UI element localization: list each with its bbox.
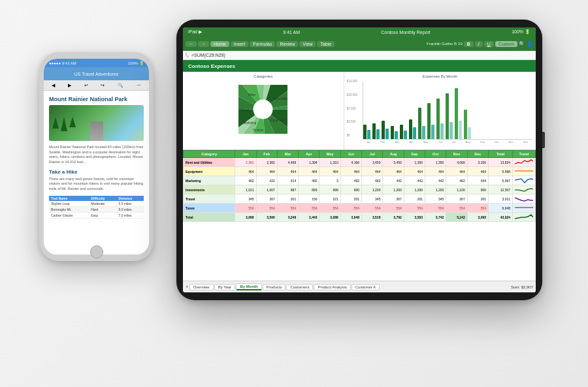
section-title: Take a Hike — [49, 169, 144, 175]
btn-bold[interactable]: B — [464, 41, 474, 47]
iphone-status-left: ●●●●● 9:41 AM — [49, 61, 76, 65]
toolbar-icon-redo: ↪ — [101, 83, 105, 88]
toolbar-icon-search: 🔍 — [118, 83, 123, 88]
table-row: Travel 345 267 201 150 221 201 345 267 2… — [184, 194, 536, 204]
scene: ●●●●● 9:41 AM 100% 🔋 US Travel Adventure… — [0, 0, 588, 387]
tab-table[interactable]: Table — [317, 41, 335, 47]
pie-chart-container: Other Rent/Utilities Equipment Marketing… — [186, 80, 341, 138]
btn-back[interactable]: ← — [186, 41, 197, 47]
sheet-tab-by-year[interactable]: By Year — [214, 284, 236, 290]
table-row: Carbon Glacier Easy 7.0 miles — [49, 212, 144, 218]
formula-bar[interactable]: fx =SUM(C29:N29) — [183, 51, 536, 60]
ipad-status-right: 100% 🔋 — [512, 29, 531, 35]
svg-text:Equipment: Equipment — [270, 119, 285, 122]
iphone-screen: ●●●●● 9:41 AM 100% 🔋 US Travel Adventure… — [44, 59, 149, 255]
col-difficulty: Difficulty — [89, 196, 116, 201]
section-body: There are many well-grown forests, cold … — [49, 177, 144, 192]
trail-table: Trail Name Difficulty Distance Skyline L… — [49, 196, 144, 219]
col-trail: Trail Name — [49, 196, 89, 201]
iphone-status-right: 100% 🔋 — [128, 61, 144, 65]
col-distance: Distance — [117, 196, 144, 201]
sheet-tab-customers[interactable]: Customers — [286, 284, 313, 290]
svg-text:Marketing: Marketing — [244, 121, 257, 125]
table-row: Burroughs Mt. Hard 5.0 miles — [49, 206, 144, 212]
btn-custom[interactable]: Custom — [495, 41, 517, 47]
article-hero-image — [49, 105, 144, 141]
ipad-ribbon: ← → Home Insert Formulas Review View Tab… — [183, 37, 536, 51]
bar-chart-title: Expenses By Month — [347, 74, 533, 78]
ipad-time: 9:41 AM — [283, 30, 300, 35]
sheet-tab-customer-a[interactable]: Customer A — [351, 284, 380, 290]
trees-decoration — [52, 117, 76, 131]
table-row: Skyline Loop Moderate 5.5 miles — [49, 201, 144, 207]
svg-text:Finance: Finance — [253, 129, 265, 132]
sheet-tab-product-analysis[interactable]: Product Analysis — [314, 284, 350, 290]
article-title: Mount Rainier National Park — [49, 96, 144, 102]
tab-review[interactable]: Review — [276, 41, 298, 47]
iphone-home-button[interactable] — [90, 245, 103, 258]
tab-view[interactable]: View — [299, 41, 316, 47]
road-decoration — [90, 121, 103, 141]
pie-chart-title: Categories — [186, 74, 341, 78]
iphone-app-title: US Travel Adventures — [74, 72, 119, 76]
sheet-title: Contoso Expenses — [183, 60, 536, 72]
tab-home[interactable]: Home — [210, 41, 229, 47]
font-size: 10 — [458, 42, 463, 46]
ipad-statusbar: iPad ▶ 9:41 AM Contoso Monthly Report 10… — [183, 27, 536, 37]
charts-row: Categories — [183, 72, 536, 150]
btn-underline[interactable]: U — [484, 41, 494, 47]
table-row: Taxes 554 554 554 554 554 554 554 554 55… — [184, 204, 536, 213]
toolbar-icon-forward: ▶ — [68, 83, 71, 88]
sheet-tab-products[interactable]: Products — [263, 284, 286, 290]
ipad-screen: iPad ▶ 9:41 AM Contoso Monthly Report 10… — [183, 27, 536, 292]
ipad-side-button[interactable] — [542, 132, 545, 148]
tab-formulas[interactable]: Formulas — [250, 41, 275, 47]
svg-point-6 — [253, 99, 273, 119]
svg-text:Travel: Travel — [241, 109, 249, 112]
table-row: Equipment 464 464 464 464 464 464 464 46… — [184, 167, 536, 176]
sheet-tab-by-month[interactable]: By Month — [236, 283, 261, 290]
article-body: Mount Rainier National Park located 60 m… — [49, 145, 144, 165]
iphone-statusbar: ●●●●● 9:41 AM 100% 🔋 — [44, 59, 149, 67]
toolbar-icon-back: ◀ — [52, 83, 55, 88]
font-name: Franklin Gothic B — [427, 42, 457, 46]
data-table: Category Jan Feb Mar Apr May Jun Jul Aug… — [183, 150, 536, 281]
bar-chart-area: Expenses By Month $14,000 $10,500 $7,000… — [344, 72, 536, 149]
table-row: Rent and Utilities 2,382 2,382 4,468 1,3… — [184, 158, 536, 167]
toolbar-icon-more: ⋯ — [137, 83, 141, 88]
iphone-device: ●●●●● 9:41 AM 100% 🔋 US Travel Adventure… — [39, 52, 154, 261]
total-row: Total 3,090 3,500 3,249 2,443 3,088 3,64… — [184, 213, 536, 222]
table-row: Marketing 462 422 414 492 3 492 462 442 … — [184, 176, 536, 185]
user-icon: 👤 — [527, 41, 533, 47]
iphone-navbar: US Travel Adventures — [44, 67, 149, 80]
excel-content: Contoso Expenses Categories — [183, 60, 536, 292]
iphone-word-toolbar: ◀ ▶ ↩ ↪ 🔍 ⋯ — [44, 80, 149, 91]
pie-chart-svg: Other Rent/Utilities Equipment Marketing… — [238, 85, 287, 134]
table-row: Investments 1,021 1,007 987 893 899 900 … — [184, 185, 536, 194]
ipad-status-left: iPad ▶ — [188, 29, 202, 35]
pie-chart-area: Categories — [183, 72, 344, 149]
btn-forward[interactable]: → — [198, 41, 209, 47]
svg-text:Rent/Utilities: Rent/Utilities — [274, 97, 287, 100]
sheet-sum: Sum: $2,907 — [511, 285, 533, 289]
svg-text:Other: Other — [248, 93, 256, 96]
formula-content: =SUM(C29:N29) — [191, 53, 225, 57]
col-category: Category — [184, 151, 235, 158]
toolbar-icon-undo: ↩ — [84, 83, 88, 88]
search-icon: 🔍 — [519, 41, 525, 47]
sheet-tab-add[interactable]: + — [186, 284, 189, 290]
ipad-status-center: Contoso Monthly Report — [381, 30, 430, 35]
iphone-content: Mount Rainier National Park Mount Rainie… — [44, 91, 149, 255]
sheet-tabs: + Overview By Year By Month Products Cus… — [183, 281, 536, 292]
tab-insert[interactable]: Insert — [231, 41, 249, 47]
cell-ref: fx — [186, 52, 189, 58]
ipad-device: iPad ▶ 9:41 AM Contoso Monthly Report 10… — [176, 20, 542, 300]
sheet-tab-overview[interactable]: Overview — [189, 284, 214, 290]
btn-italic[interactable]: I — [475, 41, 483, 47]
